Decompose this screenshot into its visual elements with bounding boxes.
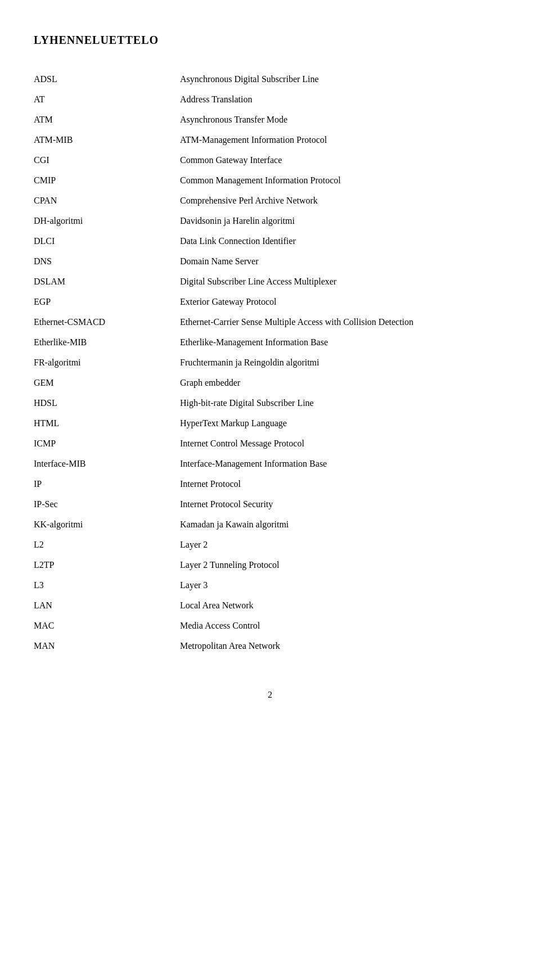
definition-cell: Internet Protocol Security [180, 494, 506, 514]
abbreviation-cell: Ethernet-CSMACD [34, 312, 180, 332]
abbreviation-cell: AT [34, 89, 180, 110]
table-row: ADSLAsynchronous Digital Subscriber Line [34, 69, 506, 89]
definition-cell: ATM-Management Information Protocol [180, 130, 506, 150]
definition-cell: Digital Subscriber Line Access Multiplex… [180, 272, 506, 292]
definition-cell: High-bit-rate Digital Subscriber Line [180, 393, 506, 413]
abbreviation-cell: IP-Sec [34, 494, 180, 514]
abbreviation-cell: HDSL [34, 393, 180, 413]
abbreviation-cell: DNS [34, 251, 180, 272]
abbreviation-cell: IP [34, 474, 180, 494]
abbreviation-cell: MAN [34, 636, 180, 656]
table-row: ATAddress Translation [34, 89, 506, 110]
definition-cell: Internet Protocol [180, 474, 506, 494]
table-row: EGPExterior Gateway Protocol [34, 292, 506, 312]
table-row: L3Layer 3 [34, 575, 506, 595]
abbreviation-cell: EGP [34, 292, 180, 312]
abbreviation-cell: CGI [34, 150, 180, 170]
abbreviation-cell: ATM-MIB [34, 130, 180, 150]
abbreviation-table: ADSLAsynchronous Digital Subscriber Line… [34, 69, 506, 656]
definition-cell: Ethernet-Carrier Sense Multiple Access w… [180, 312, 506, 332]
abbreviation-cell: CMIP [34, 170, 180, 191]
table-row: CPANComprehensive Perl Archive Network [34, 191, 506, 211]
definition-cell: Local Area Network [180, 595, 506, 616]
abbreviation-cell: KK-algoritmi [34, 514, 180, 535]
definition-cell: Davidsonin ja Harelin algoritmi [180, 211, 506, 231]
abbreviation-cell: CPAN [34, 191, 180, 211]
definition-cell: Exterior Gateway Protocol [180, 292, 506, 312]
abbreviation-cell: ATM [34, 110, 180, 130]
table-row: CGICommon Gateway Interface [34, 150, 506, 170]
table-row: Etherlike-MIBEtherlike-Management Inform… [34, 332, 506, 353]
definition-cell: Comprehensive Perl Archive Network [180, 191, 506, 211]
definition-cell: Fruchtermanin ja Reingoldin algoritmi [180, 353, 506, 373]
definition-cell: Layer 2 [180, 535, 506, 555]
table-row: ATMAsynchronous Transfer Mode [34, 110, 506, 130]
definition-cell: Etherlike-Management Information Base [180, 332, 506, 353]
definition-cell: Metropolitan Area Network [180, 636, 506, 656]
definition-cell: Interface-Management Information Base [180, 454, 506, 474]
table-row: GEMGraph embedder [34, 373, 506, 393]
abbreviation-cell: HTML [34, 413, 180, 433]
definition-cell: Asynchronous Transfer Mode [180, 110, 506, 130]
abbreviation-cell: DH-algoritmi [34, 211, 180, 231]
abbreviation-cell: MAC [34, 616, 180, 636]
definition-cell: Graph embedder [180, 373, 506, 393]
definition-cell: Layer 2 Tunneling Protocol [180, 555, 506, 575]
definition-cell: Layer 3 [180, 575, 506, 595]
definition-cell: Common Management Information Protocol [180, 170, 506, 191]
table-row: LANLocal Area Network [34, 595, 506, 616]
abbreviation-cell: GEM [34, 373, 180, 393]
table-row: CMIPCommon Management Information Protoc… [34, 170, 506, 191]
abbreviation-cell: Etherlike-MIB [34, 332, 180, 353]
abbreviation-cell: L2 [34, 535, 180, 555]
table-row: DH-algoritmiDavidsonin ja Harelin algori… [34, 211, 506, 231]
table-row: DSLAMDigital Subscriber Line Access Mult… [34, 272, 506, 292]
abbreviation-cell: L3 [34, 575, 180, 595]
table-row: MANMetropolitan Area Network [34, 636, 506, 656]
table-row: FR-algoritmiFruchtermanin ja Reingoldin … [34, 353, 506, 373]
definition-cell: Asynchronous Digital Subscriber Line [180, 69, 506, 89]
table-row: KK-algoritmiKamadan ja Kawain algoritmi [34, 514, 506, 535]
table-row: HTMLHyperText Markup Language [34, 413, 506, 433]
definition-cell: Kamadan ja Kawain algoritmi [180, 514, 506, 535]
definition-cell: Media Access Control [180, 616, 506, 636]
table-row: DLCIData Link Connection Identifier [34, 231, 506, 251]
definition-cell: HyperText Markup Language [180, 413, 506, 433]
definition-cell: Common Gateway Interface [180, 150, 506, 170]
table-row: IPInternet Protocol [34, 474, 506, 494]
table-row: Ethernet-CSMACDEthernet-Carrier Sense Mu… [34, 312, 506, 332]
abbreviation-cell: FR-algoritmi [34, 353, 180, 373]
definition-cell: Data Link Connection Identifier [180, 231, 506, 251]
abbreviation-cell: DLCI [34, 231, 180, 251]
abbreviation-cell: DSLAM [34, 272, 180, 292]
page-title: LYHENNELUETTELO [34, 34, 506, 47]
abbreviation-cell: ADSL [34, 69, 180, 89]
abbreviation-cell: Interface-MIB [34, 454, 180, 474]
definition-cell: Domain Name Server [180, 251, 506, 272]
table-row: DNSDomain Name Server [34, 251, 506, 272]
table-row: HDSLHigh-bit-rate Digital Subscriber Lin… [34, 393, 506, 413]
table-row: ICMPInternet Control Message Protocol [34, 433, 506, 454]
table-row: ATM-MIBATM-Management Information Protoc… [34, 130, 506, 150]
table-row: IP-SecInternet Protocol Security [34, 494, 506, 514]
definition-cell: Address Translation [180, 89, 506, 110]
table-row: MACMedia Access Control [34, 616, 506, 636]
table-row: L2Layer 2 [34, 535, 506, 555]
page-number: 2 [34, 690, 506, 700]
table-row: L2TPLayer 2 Tunneling Protocol [34, 555, 506, 575]
table-row: Interface-MIBInterface-Management Inform… [34, 454, 506, 474]
abbreviation-cell: L2TP [34, 555, 180, 575]
abbreviation-cell: ICMP [34, 433, 180, 454]
definition-cell: Internet Control Message Protocol [180, 433, 506, 454]
abbreviation-cell: LAN [34, 595, 180, 616]
